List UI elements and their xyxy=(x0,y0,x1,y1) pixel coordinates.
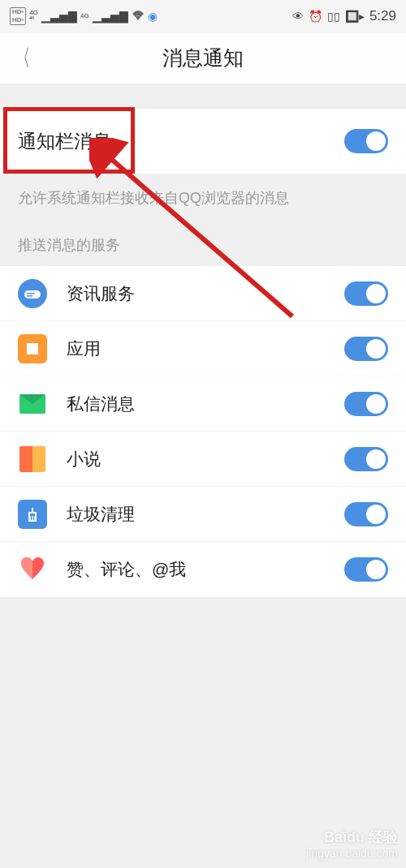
status-bar: HD▫HD▫ 4G⁴⁶ ▁▃▅▇ 4G ▁▃▅▇ ◉ 👁 ⏰ ▯▯ 🔲▸ 5:2… xyxy=(0,0,406,32)
like-icon xyxy=(18,555,47,584)
item-label: 应用 xyxy=(67,337,344,360)
list-item-news[interactable]: 资讯服务 xyxy=(0,266,406,321)
globe-icon: ◉ xyxy=(148,10,158,23)
list-item-message[interactable]: 私信消息 xyxy=(0,376,406,432)
message-icon xyxy=(18,389,47,419)
toggle-app[interactable] xyxy=(344,337,388,361)
list-item-clean[interactable]: 垃圾清理 xyxy=(0,487,406,542)
watermark-brand: Baidu 经验 xyxy=(324,827,398,847)
back-button[interactable]: 〈 xyxy=(16,43,30,74)
page-title: 消息通知 xyxy=(162,45,244,71)
status-left: HD▫HD▫ 4G⁴⁶ ▁▃▅▇ 4G ▁▃▅▇ ◉ xyxy=(10,7,158,25)
item-label: 资讯服务 xyxy=(67,282,344,305)
hd-badge-icon: HD▫HD▫ xyxy=(10,7,26,25)
alarm-icon: ⏰ xyxy=(309,10,322,23)
notification-bar-label: 通知栏消息 xyxy=(18,129,111,154)
item-label: 赞、评论、@我 xyxy=(67,558,344,581)
item-label: 垃圾清理 xyxy=(67,503,344,526)
services-list: 资讯服务 应用 私信消息 小说 垃圾清理 赞、评论、@我 xyxy=(0,266,406,597)
watermark: Baidu 经验 jingyan.baidu.com xyxy=(306,827,398,860)
toggle-message[interactable] xyxy=(344,392,388,416)
toggle-like[interactable] xyxy=(344,557,388,582)
svg-rect-0 xyxy=(24,290,41,299)
app-icon xyxy=(18,334,47,363)
item-label: 小说 xyxy=(67,448,344,471)
toggle-novel[interactable] xyxy=(344,447,388,471)
battery-icon: 🔲▸ xyxy=(345,10,365,23)
signal-bars-icon: ▁▃▅▇ xyxy=(41,10,77,23)
clean-icon xyxy=(18,500,47,529)
status-time: 5:29 xyxy=(369,8,396,24)
svg-rect-2 xyxy=(27,295,32,297)
eye-icon: 👁 xyxy=(292,10,304,23)
section-title: 推送消息的服务 xyxy=(0,222,406,266)
watermark-sub: jingyan.baidu.com xyxy=(306,847,398,860)
vibrate-icon: ▯▯ xyxy=(327,10,340,23)
list-item-novel[interactable]: 小说 xyxy=(0,432,406,487)
list-item-app[interactable]: 应用 xyxy=(0,321,406,376)
list-item-like[interactable]: 赞、评论、@我 xyxy=(0,542,406,597)
notification-bar-toggle[interactable] xyxy=(344,129,388,153)
notification-bar-toggle-row[interactable]: 通知栏消息 xyxy=(0,109,406,174)
toggle-clean[interactable] xyxy=(344,502,388,526)
signal-bars2-icon: ▁▃▅▇ xyxy=(93,10,128,23)
novel-icon xyxy=(18,445,47,474)
toggle-news[interactable] xyxy=(344,281,388,306)
status-right: 👁 ⏰ ▯▯ 🔲▸ 5:29 xyxy=(292,8,396,24)
svg-rect-1 xyxy=(27,293,35,294)
item-label: 私信消息 xyxy=(67,393,344,415)
description-text: 允许系统通知栏接收来自QQ浏览器的消息 xyxy=(0,174,406,222)
signal-4g2-icon: 4G xyxy=(80,13,89,19)
signal-4g-icon: 4G⁴⁶ xyxy=(29,10,38,23)
page-header: 〈 消息通知 xyxy=(0,32,406,84)
wifi-icon xyxy=(132,10,145,23)
news-icon xyxy=(18,279,47,308)
